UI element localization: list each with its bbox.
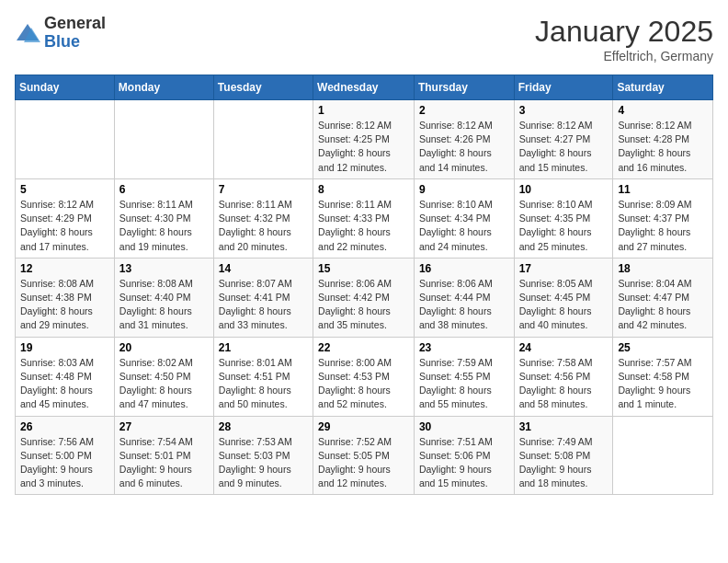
calendar-cell: 4Sunrise: 8:12 AM Sunset: 4:28 PM Daylig… [613, 100, 713, 179]
day-number: 4 [618, 104, 708, 117]
calendar-cell: 8Sunrise: 8:11 AM Sunset: 4:33 PM Daylig… [313, 178, 415, 258]
day-number: 31 [519, 420, 609, 433]
calendar-cell: 28Sunrise: 7:53 AM Sunset: 5:03 PM Dayli… [213, 416, 313, 495]
calendar-cell [114, 100, 213, 179]
day-number: 8 [318, 183, 409, 196]
day-number: 10 [519, 183, 609, 196]
calendar-cell: 11Sunrise: 8:09 AM Sunset: 4:37 PM Dayli… [613, 178, 713, 258]
day-of-week-header: Thursday [414, 75, 514, 100]
day-number: 29 [318, 420, 409, 433]
logo-general: General [44, 15, 106, 33]
day-info: Sunrise: 8:07 AM Sunset: 4:41 PM Dayligh… [219, 277, 308, 333]
calendar-cell: 13Sunrise: 8:08 AM Sunset: 4:40 PM Dayli… [114, 258, 213, 337]
day-number: 7 [219, 183, 308, 196]
header-row: SundayMondayTuesdayWednesdayThursdayFrid… [16, 75, 713, 100]
day-number: 6 [119, 183, 209, 196]
day-info: Sunrise: 8:05 AM Sunset: 4:45 PM Dayligh… [519, 277, 609, 333]
calendar-cell: 17Sunrise: 8:05 AM Sunset: 4:45 PM Dayli… [514, 258, 613, 337]
day-info: Sunrise: 8:04 AM Sunset: 4:47 PM Dayligh… [618, 277, 708, 333]
calendar-cell: 26Sunrise: 7:56 AM Sunset: 5:00 PM Dayli… [16, 416, 115, 495]
day-number: 13 [119, 262, 209, 275]
day-info: Sunrise: 8:11 AM Sunset: 4:30 PM Dayligh… [119, 198, 209, 254]
day-of-week-header: Wednesday [313, 75, 415, 100]
day-number: 22 [318, 341, 409, 354]
day-info: Sunrise: 7:53 AM Sunset: 5:03 PM Dayligh… [219, 435, 308, 491]
day-info: Sunrise: 8:12 AM Sunset: 4:29 PM Dayligh… [20, 198, 109, 254]
calendar-cell: 9Sunrise: 8:10 AM Sunset: 4:34 PM Daylig… [414, 178, 514, 258]
day-number: 9 [419, 183, 509, 196]
day-info: Sunrise: 8:11 AM Sunset: 4:32 PM Dayligh… [219, 198, 308, 254]
day-info: Sunrise: 8:10 AM Sunset: 4:34 PM Dayligh… [419, 198, 509, 254]
day-info: Sunrise: 7:49 AM Sunset: 5:08 PM Dayligh… [519, 435, 609, 491]
calendar-cell: 23Sunrise: 7:59 AM Sunset: 4:55 PM Dayli… [414, 337, 514, 416]
calendar-cell [613, 416, 713, 495]
day-info: Sunrise: 7:58 AM Sunset: 4:56 PM Dayligh… [519, 356, 609, 412]
day-of-week-header: Saturday [613, 75, 713, 100]
day-number: 19 [20, 341, 109, 354]
calendar-body: 1Sunrise: 8:12 AM Sunset: 4:25 PM Daylig… [16, 100, 713, 495]
day-number: 14 [219, 262, 308, 275]
day-info: Sunrise: 8:02 AM Sunset: 4:50 PM Dayligh… [119, 356, 209, 412]
day-info: Sunrise: 7:51 AM Sunset: 5:06 PM Dayligh… [419, 435, 509, 491]
day-number: 20 [119, 341, 209, 354]
day-info: Sunrise: 8:09 AM Sunset: 4:37 PM Dayligh… [618, 198, 708, 254]
day-number: 30 [419, 420, 509, 433]
calendar-cell [213, 100, 313, 179]
calendar-cell: 10Sunrise: 8:10 AM Sunset: 4:35 PM Dayli… [514, 178, 613, 258]
day-info: Sunrise: 8:01 AM Sunset: 4:51 PM Dayligh… [219, 356, 308, 412]
day-number: 15 [318, 262, 409, 275]
day-info: Sunrise: 7:59 AM Sunset: 4:55 PM Dayligh… [419, 356, 509, 412]
day-number: 2 [419, 104, 509, 117]
day-of-week-header: Tuesday [213, 75, 313, 100]
title-block: January 2025 Effeltrich, Germany [535, 15, 713, 63]
calendar-cell [16, 100, 115, 179]
day-info: Sunrise: 8:11 AM Sunset: 4:33 PM Dayligh… [318, 198, 409, 254]
calendar-week-row: 5Sunrise: 8:12 AM Sunset: 4:29 PM Daylig… [16, 178, 713, 258]
day-number: 18 [618, 262, 708, 275]
day-number: 16 [419, 262, 509, 275]
calendar-cell: 31Sunrise: 7:49 AM Sunset: 5:08 PM Dayli… [514, 416, 613, 495]
day-info: Sunrise: 7:54 AM Sunset: 5:01 PM Dayligh… [119, 435, 209, 491]
calendar-cell: 5Sunrise: 8:12 AM Sunset: 4:29 PM Daylig… [16, 178, 115, 258]
day-number: 11 [618, 183, 708, 196]
calendar-cell: 27Sunrise: 7:54 AM Sunset: 5:01 PM Dayli… [114, 416, 213, 495]
day-number: 25 [618, 341, 708, 354]
day-info: Sunrise: 8:10 AM Sunset: 4:35 PM Dayligh… [519, 198, 609, 254]
day-info: Sunrise: 8:00 AM Sunset: 4:53 PM Dayligh… [318, 356, 409, 412]
day-info: Sunrise: 8:12 AM Sunset: 4:27 PM Dayligh… [519, 119, 609, 175]
calendar-week-row: 12Sunrise: 8:08 AM Sunset: 4:38 PM Dayli… [16, 258, 713, 337]
calendar-week-row: 26Sunrise: 7:56 AM Sunset: 5:00 PM Dayli… [16, 416, 713, 495]
calendar-cell: 1Sunrise: 8:12 AM Sunset: 4:25 PM Daylig… [313, 100, 415, 179]
day-info: Sunrise: 7:52 AM Sunset: 5:05 PM Dayligh… [318, 435, 409, 491]
day-info: Sunrise: 7:56 AM Sunset: 5:00 PM Dayligh… [20, 435, 109, 491]
day-info: Sunrise: 8:03 AM Sunset: 4:48 PM Dayligh… [20, 356, 109, 412]
day-number: 1 [318, 104, 409, 117]
day-info: Sunrise: 8:12 AM Sunset: 4:26 PM Dayligh… [419, 119, 509, 175]
calendar-cell: 24Sunrise: 7:58 AM Sunset: 4:56 PM Dayli… [514, 337, 613, 416]
day-of-week-header: Monday [114, 75, 213, 100]
calendar-week-row: 1Sunrise: 8:12 AM Sunset: 4:25 PM Daylig… [16, 100, 713, 179]
day-info: Sunrise: 8:08 AM Sunset: 4:40 PM Dayligh… [119, 277, 209, 333]
day-number: 5 [20, 183, 109, 196]
calendar-header: SundayMondayTuesdayWednesdayThursdayFrid… [16, 75, 713, 100]
calendar-cell: 19Sunrise: 8:03 AM Sunset: 4:48 PM Dayli… [16, 337, 115, 416]
calendar-cell: 29Sunrise: 7:52 AM Sunset: 5:05 PM Dayli… [313, 416, 415, 495]
logo-text: General Blue [44, 15, 106, 52]
day-number: 28 [219, 420, 308, 433]
calendar-cell: 22Sunrise: 8:00 AM Sunset: 4:53 PM Dayli… [313, 337, 415, 416]
day-info: Sunrise: 8:12 AM Sunset: 4:28 PM Dayligh… [618, 119, 708, 175]
calendar-cell: 21Sunrise: 8:01 AM Sunset: 4:51 PM Dayli… [213, 337, 313, 416]
location-subtitle: Effeltrich, Germany [535, 49, 713, 63]
logo: General Blue [15, 15, 106, 52]
day-info: Sunrise: 8:06 AM Sunset: 4:42 PM Dayligh… [318, 277, 409, 333]
day-info: Sunrise: 8:08 AM Sunset: 4:38 PM Dayligh… [20, 277, 109, 333]
day-number: 3 [519, 104, 609, 117]
calendar-cell: 30Sunrise: 7:51 AM Sunset: 5:06 PM Dayli… [414, 416, 514, 495]
calendar-cell: 16Sunrise: 8:06 AM Sunset: 4:44 PM Dayli… [414, 258, 514, 337]
day-number: 24 [519, 341, 609, 354]
calendar-cell: 15Sunrise: 8:06 AM Sunset: 4:42 PM Dayli… [313, 258, 415, 337]
calendar-table: SundayMondayTuesdayWednesdayThursdayFrid… [15, 75, 713, 495]
day-number: 17 [519, 262, 609, 275]
calendar-cell: 7Sunrise: 8:11 AM Sunset: 4:32 PM Daylig… [213, 178, 313, 258]
calendar-cell: 25Sunrise: 7:57 AM Sunset: 4:58 PM Dayli… [613, 337, 713, 416]
